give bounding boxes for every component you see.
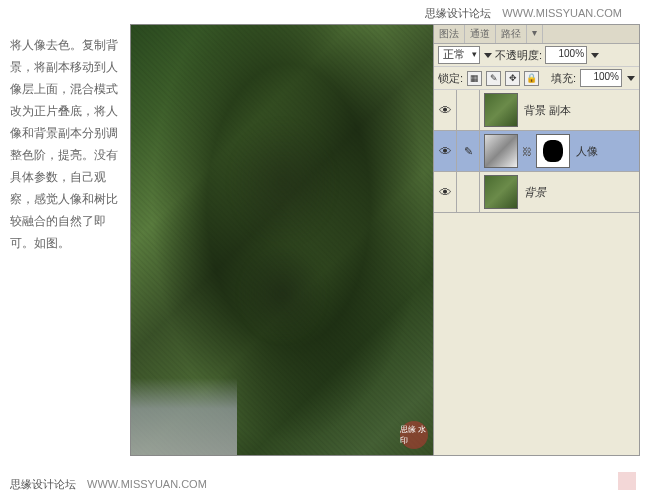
opacity-flyout-icon[interactable] <box>591 53 599 58</box>
blend-flyout-icon[interactable] <box>484 53 492 58</box>
header-url: WWW.MISSYUAN.COM <box>502 7 622 19</box>
document-canvas[interactable]: 思缘 水印 <box>130 24 435 456</box>
visibility-toggle-icon[interactable]: 👁 <box>434 90 457 130</box>
edit-indicator <box>457 90 480 130</box>
layer-row[interactable]: 👁 ✎ ⛓ 人像 <box>434 131 639 172</box>
footer-forum-name: 思缘设计论坛 <box>10 478 76 490</box>
opacity-label: 不透明度: <box>495 48 542 63</box>
watermark-stamp: 思缘 水印 <box>400 421 428 449</box>
fill-flyout-icon[interactable] <box>627 76 635 81</box>
visibility-toggle-icon[interactable]: 👁 <box>434 131 457 171</box>
panel-tab-bar: 图法 通道 路径 ▾ <box>434 25 639 44</box>
fill-input[interactable]: 100% <box>580 69 622 87</box>
lock-position-icon[interactable]: ✥ <box>505 71 520 86</box>
instruction-text: 将人像去色。复制背景，将副本移动到人像层上面，混合模式改为正片叠底，将人像和背景… <box>10 34 120 254</box>
layer-name-label[interactable]: 背景 <box>522 185 546 200</box>
layer-row[interactable]: 👁 背景 副本 <box>434 90 639 131</box>
layer-row[interactable]: 👁 背景 <box>434 172 639 213</box>
layers-panel: 图法 通道 路径 ▾ 正常 不透明度: 100% 锁定: ▦ ✎ ✥ 🔒 填充:… <box>433 24 640 456</box>
footer-url: WWW.MISSYUAN.COM <box>87 478 207 490</box>
blend-mode-dropdown[interactable]: 正常 <box>438 46 480 64</box>
canvas-background-fragment <box>131 378 237 455</box>
header-forum-name: 思缘设计论坛 <box>425 7 491 19</box>
tab-more[interactable]: ▾ <box>527 25 543 43</box>
layer-list: 👁 背景 副本 👁 ✎ ⛓ 人像 👁 背景 <box>434 90 639 213</box>
tab-paths[interactable]: 路径 <box>496 25 527 43</box>
lock-transparency-icon[interactable]: ▦ <box>467 71 482 86</box>
lock-all-icon[interactable]: 🔒 <box>524 71 539 86</box>
layer-name-label[interactable]: 背景 副本 <box>522 103 571 118</box>
opacity-input[interactable]: 100% <box>545 46 587 64</box>
tab-channels[interactable]: 通道 <box>465 25 496 43</box>
layer-mask-thumbnail[interactable] <box>536 134 570 168</box>
layer-thumbnail[interactable] <box>484 93 518 127</box>
visibility-toggle-icon[interactable]: 👁 <box>434 172 457 212</box>
canvas-artwork <box>186 77 380 378</box>
lock-label: 锁定: <box>438 71 463 86</box>
layer-thumbnail[interactable] <box>484 175 518 209</box>
edit-indicator <box>457 172 480 212</box>
fill-label: 填充: <box>551 71 576 86</box>
footer-watermark <box>618 472 636 490</box>
lock-paint-icon[interactable]: ✎ <box>486 71 501 86</box>
edit-indicator-icon: ✎ <box>457 131 480 171</box>
layer-thumbnail[interactable] <box>484 134 518 168</box>
layer-name-label[interactable]: 人像 <box>574 144 598 159</box>
tab-layers[interactable]: 图法 <box>434 25 465 43</box>
link-icon[interactable]: ⛓ <box>522 146 532 157</box>
